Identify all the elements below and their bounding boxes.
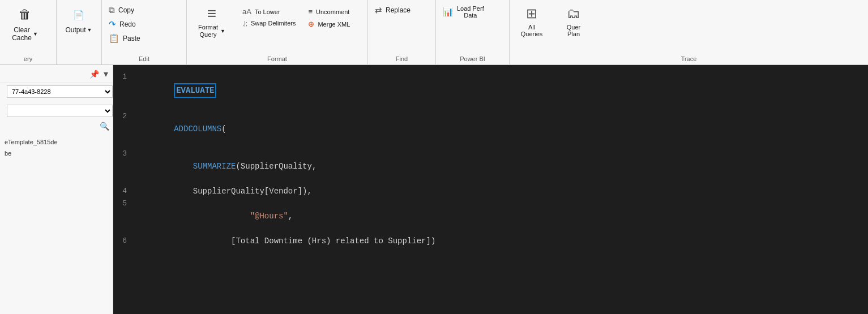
code-line-5: 5 "@Hours", [113,197,868,235]
edit-group-label: Edit [102,55,186,65]
output-label: Output [66,26,86,34]
line-content-2: ADDCOLUMNS( [136,110,868,148]
merge-xml-button[interactable]: ⊕ Merge XML [303,18,354,30]
redo-icon: ↷ [109,19,116,29]
code-line-3: 3 SUMMARIZE(SupplierQuality, [113,148,868,185]
sidebar-text-1: eTemplate_5815de [5,139,58,145]
at-hours-string: "@Hours" [250,212,288,221]
sidebar-dropdown-2[interactable] [7,105,113,117]
line-number-5: 5 [113,197,136,210]
to-lower-label: To Lower [255,8,280,15]
merge-xml-label: Merge XML [318,21,350,28]
clear-cache-button[interactable]: 🗑 Clear Cache ▼ [2,3,48,45]
format-query-label: FormatQuery [198,24,218,38]
format-label-text: Format [267,55,287,62]
query-plan-icon: 🗂 [567,6,580,21]
query-plan-button[interactable]: 🗂 QuerPlan [554,3,593,40]
line-number-3: 3 [113,148,136,160]
merge-xml-icon: ⊕ [308,20,314,28]
code-line-4: 4 SupplierQuality[Vendor]), [113,185,868,197]
sidebar-dropdown-container: 77-4a43-8228 [0,83,113,119]
output-icon: 📄 [70,6,88,24]
paste-button[interactable]: 📋 Paste [104,32,145,45]
load-perf-data-button[interactable]: 📊 Load PerfData [438,3,489,20]
line-number-6: 6 [113,235,136,247]
toolbar: 🗑 Clear Cache ▼ ery 📄 Output ▼ [0,0,868,65]
sidebar-search-row: 🔍 [0,119,113,133]
addcolumns-paren: ( [221,124,226,134]
cache-group-label: ery [0,55,56,65]
copy-label: Copy [118,6,134,14]
trace-group-label: Trace [510,55,868,65]
code-line-1: 1 EVALUATE [113,71,868,110]
replace-button[interactable]: ⇄ Replace [370,3,415,17]
powerbi-label-text: Power BI [460,55,485,62]
line-number-2: 2 [113,110,136,123]
line-content-6: [Total Downtime (Hrs) related to Supplie… [136,235,868,247]
paste-label: Paste [123,35,140,42]
to-lower-icon: aA [242,7,251,16]
uncomment-label: Uncomment [316,8,349,15]
all-queries-icon: ⊞ [526,6,537,21]
redo-label: Redo [119,20,136,28]
clear-cache-dropdown-arrow: ▼ [33,31,38,37]
edit-label-text: Edit [139,55,149,62]
format-query-button[interactable]: ≡ FormatQuery ▼ [189,3,234,41]
toolbar-group-trace: ⊞ AllQueries 🗂 QuerPlan Trace [510,0,868,65]
powerbi-group-label: Power BI [436,55,509,65]
cache-label-text: ery [24,55,32,62]
line-number-4: 4 [113,185,136,197]
format-group-label: Format [187,55,367,65]
swap-delimiters-label: Swap Delimiters [251,20,296,27]
sidebar-pin-button[interactable]: 📌 [88,68,100,80]
load-perf-data-label: Load PerfData [457,5,484,19]
toolbar-group-cache: 🗑 Clear Cache ▼ ery [0,0,57,65]
line-content-1: EVALUATE [136,71,868,110]
sidebar-item-2: be [0,149,113,158]
redo-button[interactable]: ↷ Redo [104,18,140,31]
code-line-2: 2 ADDCOLUMNS( [113,110,868,148]
toolbar-group-format: ≡ FormatQuery ▼ aA To Lower ,|; Swap Del… [187,0,368,65]
clear-cache-label: Clear Cache [12,26,32,42]
code-line-6: 6 [Total Downtime (Hrs) related to Suppl… [113,235,868,247]
paste-icon: 📋 [109,33,119,44]
copy-button[interactable]: ⧉ Copy [104,3,139,17]
all-queries-label: AllQueries [521,24,543,37]
trace-label-text: Trace [681,55,697,62]
swap-delimiters-icon: ,|; [242,20,247,27]
format-query-arrow: ▼ [220,28,225,34]
addcolumns-keyword: ADDCOLUMNS [174,124,221,134]
line-number-1: 1 [113,71,136,83]
main-area: 📌 ▾ 77-4a43-8228 🔍 eTemplate_5815de be 1… [0,65,868,314]
all-queries-button[interactable]: ⊞ AllQueries [512,3,551,40]
line-content-3: SUMMARIZE(SupplierQuality, [136,148,868,185]
sidebar-text-2: be [5,150,11,157]
toolbar-group-edit: ⧉ Copy ↷ Redo 📋 Paste Edit [102,0,187,65]
toolbar-group-find: ⇄ Replace Find [368,0,436,65]
summarize-keyword: SUMMARIZE [193,162,236,171]
uncomment-button[interactable]: ≡ Uncomment [303,6,354,18]
evaluate-keyword: EVALUATE [174,83,216,98]
code-editor[interactable]: 1 EVALUATE 2 ADDCOLUMNS( 3 SUMMARIZE(Sup… [113,65,868,314]
clear-cache-icon: 🗑 [16,6,34,24]
sidebar-item-1: eTemplate_5815de [0,135,113,149]
line-content-4: SupplierQuality[Vendor]), [136,185,868,197]
replace-icon: ⇄ [375,5,382,15]
toolbar-group-output: 📄 Output ▼ [57,0,102,65]
replace-label: Replace [386,6,411,14]
format-query-icon: ≡ [207,6,216,21]
to-lower-button[interactable]: aA To Lower [238,6,300,18]
query-plan-label: QuerPlan [567,24,580,37]
toolbar-group-powerbi: 📊 Load PerfData Power BI [436,0,510,65]
uncomment-icon: ≡ [308,7,313,16]
sidebar-collapse-button[interactable]: ▾ [102,67,109,80]
line-content-5: "@Hours", [136,197,868,235]
sidebar-dropdown-1[interactable]: 77-4a43-8228 [7,85,113,98]
sidebar-top-row: 📌 ▾ [0,65,113,83]
output-button[interactable]: 📄 Output ▼ [59,3,99,36]
sidebar-search-button[interactable]: 🔍 [100,122,109,131]
swap-delimiters-button[interactable]: ,|; Swap Delimiters [238,18,300,28]
output-dropdown-arrow: ▼ [87,27,92,33]
copy-icon: ⧉ [109,5,115,15]
summarize-paren: (SupplierQuality, [236,162,317,171]
